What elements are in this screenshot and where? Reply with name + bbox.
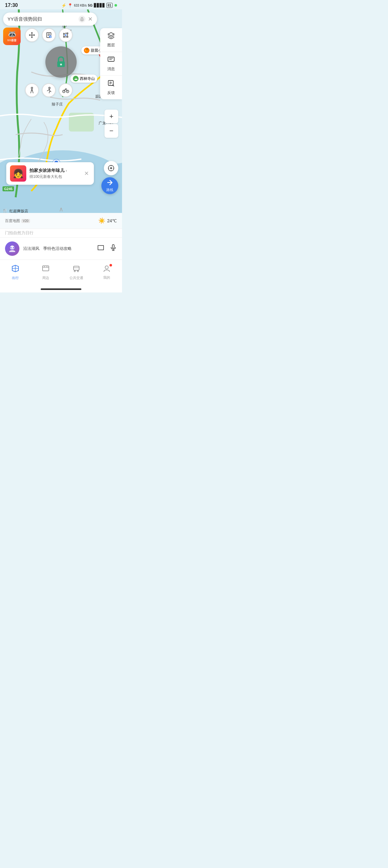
zoom-out-button[interactable]: − (104, 124, 118, 138)
message-label: 消息 (107, 66, 115, 72)
walk-mode-button[interactable] (25, 83, 39, 97)
move-map-button[interactable] (25, 28, 39, 42)
nearby-label: 周边 (42, 276, 49, 280)
svg-rect-31 (73, 266, 79, 270)
nav-mine[interactable]: 我的 (92, 262, 122, 282)
ad-close-button[interactable]: ✕ (83, 169, 90, 178)
ad-image: 👧 (10, 165, 26, 182)
svg-rect-30 (42, 266, 49, 271)
message-icon (107, 56, 115, 65)
map-info-bar: 百度地图 V20 ☀️ 24℃ (0, 213, 122, 228)
status-time: 17:30 (5, 2, 18, 8)
yy-brand-label: YY语音 (7, 38, 17, 42)
svg-rect-15 (108, 57, 114, 61)
assistant-action-group (97, 244, 117, 253)
feedback-icon (107, 80, 115, 89)
map-logo-text: 百度地图 (5, 218, 20, 224)
run-mode-button[interactable] (42, 83, 56, 97)
feedback-panel-item[interactable]: 反馈 (100, 76, 122, 99)
status-icons: ⚡ 📍 633 KB/s 5G ▊▊▊▊ 81 (61, 3, 117, 8)
travel-icon (11, 264, 20, 274)
bike-mode-button[interactable] (59, 83, 73, 97)
nav-transit[interactable]: 公共交通 (61, 262, 92, 282)
location-button[interactable] (104, 161, 118, 175)
travel-label: 出行 (12, 276, 19, 280)
bookmark-button[interactable] (42, 28, 56, 42)
svg-rect-27 (112, 245, 114, 248)
yy-ad[interactable]: 🦝 YY语音 (3, 28, 21, 45)
home-indicator (0, 288, 122, 292)
layers-icon (107, 32, 115, 41)
search-close-icon[interactable]: ✕ (88, 16, 93, 23)
ad-subtitle-text: 得100元新春大礼包 (29, 174, 80, 179)
transit-label: 公共交通 (69, 276, 83, 280)
right-panel: 图层 消息 反馈 (100, 28, 122, 99)
signal-icon: ▊▊▊▊ (94, 3, 105, 7)
map-controls-top (25, 28, 73, 42)
poi-tiancheng-icon: 🍊 (84, 48, 90, 53)
poi-xilin-label: 西林寺山 (80, 76, 95, 82)
zoom-in-button[interactable]: + (104, 110, 118, 123)
svg-point-11 (49, 87, 51, 89)
ad-title-text: 拍家乡浓浓年味儿 (29, 168, 64, 174)
zoom-controls: + − (104, 110, 118, 138)
place-lazizhuang: 辣子庄 (52, 102, 63, 107)
battery-charging-dot (115, 4, 117, 7)
map-version-badge: V20 (21, 219, 30, 223)
voice-search-icon[interactable] (78, 16, 86, 23)
network-icon: 5G (88, 3, 93, 7)
layers-panel-item[interactable]: 图层 (100, 28, 122, 52)
nav-travel[interactable]: 出行 (0, 262, 31, 282)
temperature-text: 24℃ (107, 218, 117, 223)
route-button[interactable]: 路线 (101, 177, 118, 194)
assistant-tag-2[interactable]: 季特色活动攻略 (43, 246, 72, 251)
weather-sun-icon: ☀️ (98, 217, 105, 224)
kb-speed: 633 KB/s (74, 4, 87, 7)
svg-point-7 (65, 34, 67, 36)
microphone-icon[interactable] (109, 244, 117, 253)
assistant-tag-1[interactable]: 沿法湖风 (23, 246, 39, 251)
lock-button[interactable] (45, 46, 77, 78)
nearby-icon (42, 264, 50, 274)
weather-info: ☀️ 24℃ (98, 217, 117, 224)
map-container[interactable]: 元城 返 澄川峡 YY语音强势回归 ✕ 🦝 YY语音 (0, 9, 122, 228)
status-bar: 17:30 ⚡ 📍 633 KB/s 5G ▊▊▊▊ 81 (0, 0, 122, 9)
home-bar (41, 288, 82, 290)
svg-point-2 (81, 18, 83, 20)
nav-nearby[interactable]: 周边 (31, 262, 61, 282)
svg-point-25 (13, 247, 14, 248)
assistant-suggestions: 沿法湖风 季特色活动攻略 (23, 246, 93, 251)
svg-point-14 (66, 89, 67, 90)
battery-indicator: 81 (106, 3, 112, 8)
svg-rect-26 (98, 246, 104, 250)
ad-content: 拍家乡浓浓年味儿 › 得100元新春大礼包 (29, 168, 80, 179)
map-logo-group: 百度地图 V20 (5, 218, 30, 224)
bottom-nav: 出行 周边 公共交通 我的 (0, 259, 122, 288)
mine-badge (103, 265, 111, 274)
svg-point-10 (31, 87, 33, 89)
road-g245-badge: G245 (2, 186, 14, 191)
mine-label: 我的 (103, 275, 110, 280)
svg-point-24 (10, 247, 11, 248)
scroll-text-bar: 门拍自然力日行 (0, 228, 122, 237)
assistant-bar: 沿法湖风 季特色活动攻略 (0, 237, 122, 259)
search-icon-group: ✕ (78, 16, 93, 23)
search-bar[interactable]: YY语音强势回归 ✕ (3, 12, 97, 26)
search-text: YY语音强势回归 (7, 16, 78, 22)
location-status-icon: 📍 (68, 3, 73, 8)
yy-logo: 🦝 YY语音 (3, 28, 21, 45)
scan-ar-button[interactable] (59, 28, 73, 42)
ad-banner[interactable]: 👧 拍家乡浓浓年味儿 › 得100元新春大礼包 ✕ (6, 162, 94, 185)
assistant-avatar (5, 241, 20, 256)
svg-point-34 (105, 266, 108, 269)
map-mode-controls (25, 83, 73, 97)
lock-button-container[interactable] (45, 46, 77, 78)
route-label: 路线 (106, 188, 113, 192)
layers-label: 图层 (107, 42, 115, 48)
ad-arrow-icon: › (66, 168, 67, 173)
svg-point-18 (110, 167, 112, 169)
svg-point-9 (60, 64, 62, 65)
screen-capture-icon[interactable] (97, 244, 104, 253)
message-panel-item[interactable]: 消息 (100, 52, 122, 76)
expand-panel-arrow[interactable]: ∧ (59, 206, 64, 213)
